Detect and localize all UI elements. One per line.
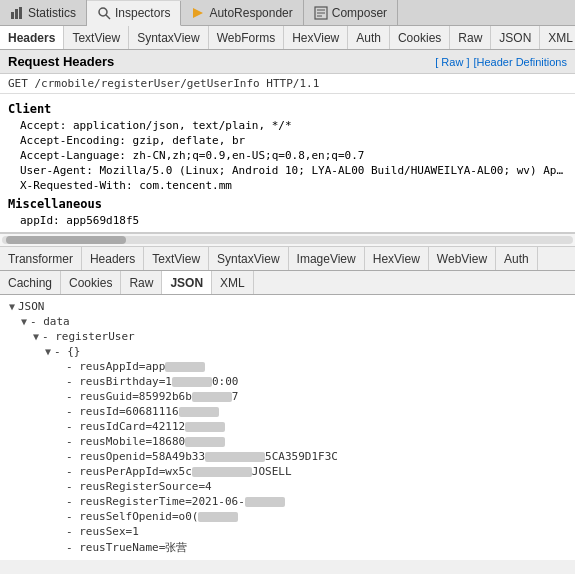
tab-b-caching[interactable]: Caching	[0, 271, 61, 294]
tree-reusSelfOpenid: - reusSelfOpenid=o0(	[4, 509, 571, 524]
tab-b-headers[interactable]: Headers	[82, 247, 144, 270]
tree-reusRegisterTime: - reusRegisterTime=2021-06-	[4, 494, 571, 509]
tree-reusRegisterSource: - reusRegisterSource=4	[4, 479, 571, 494]
tab-transformer[interactable]: Transformer	[0, 247, 82, 270]
tab-autoresponder[interactable]: AutoResponder	[181, 0, 303, 25]
url-bar: GET /crmobile/registerUser/getUserInfo H…	[0, 74, 575, 94]
tab-statistics[interactable]: Statistics	[0, 0, 87, 25]
tree-reusIdCard: - reusIdCard=42112	[4, 419, 571, 434]
chart-icon	[10, 6, 24, 20]
auto-icon	[191, 6, 205, 20]
tree-toggle-registeruser[interactable]: ▼	[30, 331, 42, 342]
bottom-tab-bar-2: Caching Cookies Raw JSON XML	[0, 271, 575, 295]
horizontal-scrollbar[interactable]	[0, 233, 575, 247]
request-headers-bar: Request Headers [ Raw ] [Header Definiti…	[0, 50, 575, 74]
tab-cookies[interactable]: Cookies	[390, 26, 450, 49]
scrollbar-thumb[interactable]	[6, 236, 126, 244]
header-def-link[interactable]: [Header Definitions	[473, 56, 567, 68]
tree-toggle-obj[interactable]: ▼	[42, 346, 54, 357]
section-miscellaneous: Miscellaneous	[8, 197, 567, 211]
tab-b-cookies[interactable]: Cookies	[61, 271, 121, 294]
tab-b-auth[interactable]: Auth	[496, 247, 538, 270]
header-appid: appId: app569d18f5	[8, 213, 567, 228]
tree-reusMobile: - reusMobile=18680	[4, 434, 571, 449]
tab-b-json[interactable]: JSON	[162, 271, 212, 294]
tab-b-textview[interactable]: TextView	[144, 247, 209, 270]
tab-b-hexview[interactable]: HexView	[365, 247, 429, 270]
tree-reusBirthday: - reusBirthday=1 0:00	[4, 374, 571, 389]
section-client: Client	[8, 102, 567, 116]
request-headers-links: [ Raw ] [Header Definitions	[435, 56, 567, 68]
tree-obj: ▼ - {}	[4, 344, 571, 359]
tab-raw[interactable]: Raw	[450, 26, 491, 49]
request-headers-title: Request Headers	[8, 54, 114, 69]
header-user-agent: User-Agent: Mozilla/5.0 (Linux; Android …	[8, 163, 567, 178]
tree-reusOpenid: - reusOpenid=58A49b33 5CA359D1F3C	[4, 449, 571, 464]
tree-root: ▼ JSON	[4, 299, 571, 314]
tree-reusGuid: - reusGuid=85992b6b 7	[4, 389, 571, 404]
tab-auth[interactable]: Auth	[348, 26, 390, 49]
tab-hexview[interactable]: HexView	[284, 26, 348, 49]
svg-line-4	[106, 15, 110, 19]
tab-textview[interactable]: TextView	[64, 26, 129, 49]
tab-b-raw[interactable]: Raw	[121, 271, 162, 294]
tab-syntaxview[interactable]: SyntaxView	[129, 26, 208, 49]
raw-link[interactable]: [ Raw ]	[435, 56, 469, 68]
tab-webforms[interactable]: WebForms	[209, 26, 284, 49]
tree-reusSex: - reusSex=1	[4, 524, 571, 539]
tree-register-user: ▼ - registerUser	[4, 329, 571, 344]
tab-headers[interactable]: Headers	[0, 26, 64, 49]
tree-reusId: - reusId=60681116	[4, 404, 571, 419]
header-accept: Accept: application/json, text/plain, */…	[8, 118, 567, 133]
inspect-icon	[97, 6, 111, 20]
header-accept-encoding: Accept-Encoding: gzip, deflate, br	[8, 133, 567, 148]
tab-b-imageview[interactable]: ImageView	[289, 247, 365, 270]
tree-reusAppId: - reusAppId=app	[4, 359, 571, 374]
top-tab-bar: Statistics Inspectors AutoResponder Comp…	[0, 0, 575, 26]
tab-b-webview[interactable]: WebView	[429, 247, 496, 270]
headers-content: Client Accept: application/json, text/pl…	[0, 94, 575, 233]
tree-toggle-root[interactable]: ▼	[6, 301, 18, 312]
header-accept-language: Accept-Language: zh-CN,zh;q=0.9,en-US;q=…	[8, 148, 567, 163]
tab-xml[interactable]: XML	[540, 26, 575, 49]
tree-toggle-data[interactable]: ▼	[18, 316, 30, 327]
svg-rect-1	[15, 9, 18, 19]
tree-reusPerAppId: - reusPerAppId=wx5c JOSELL	[4, 464, 571, 479]
header-x-requested-with: X-Requested-With: com.tencent.mm	[8, 178, 567, 193]
bottom-tab-bar-1: Transformer Headers TextView SyntaxView …	[0, 247, 575, 271]
svg-marker-5	[193, 8, 203, 18]
svg-rect-0	[11, 12, 14, 19]
tab-json[interactable]: JSON	[491, 26, 540, 49]
compose-icon	[314, 6, 328, 20]
second-tab-bar: Headers TextView SyntaxView WebForms Hex…	[0, 26, 575, 50]
tab-composer[interactable]: Composer	[304, 0, 398, 25]
tree-data: ▼ - data	[4, 314, 571, 329]
tab-b-syntaxview[interactable]: SyntaxView	[209, 247, 288, 270]
svg-rect-2	[19, 7, 22, 19]
scrollbar-track	[2, 236, 573, 244]
svg-point-3	[99, 8, 107, 16]
tree-reusTrueName: - reusTrueName=张营	[4, 539, 571, 556]
json-tree: ▼ JSON ▼ - data ▼ - registerUser ▼ - {} …	[0, 295, 575, 560]
tab-inspectors[interactable]: Inspectors	[87, 1, 181, 26]
tab-b-xml[interactable]: XML	[212, 271, 254, 294]
